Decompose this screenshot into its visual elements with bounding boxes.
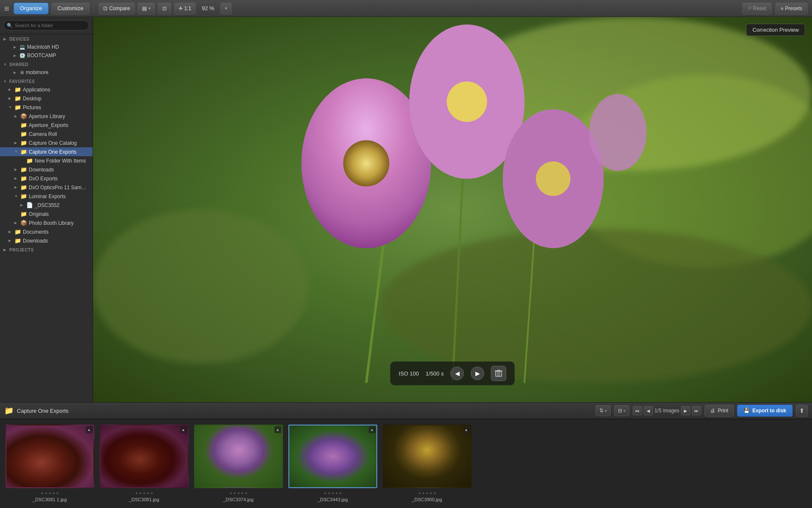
prev-image-button[interactable]: ◀ <box>450 367 464 380</box>
sidebar-item-aperture-exports[interactable]: ▶ 📁 Aperture_Exports <box>0 121 93 130</box>
aperture-exports-label: Aperture_Exports <box>29 122 68 128</box>
correction-preview-label: Correction Preview <box>752 27 799 33</box>
search-input[interactable] <box>3 20 89 30</box>
sidebar-item-aperture-library[interactable]: ▶ 📦 Aperture Library <box>0 112 93 121</box>
projects-arrow: ▶ <box>3 248 8 252</box>
bootcamp-icon: 💽 <box>19 53 25 58</box>
pictures-folder-icon: 📁 <box>14 104 21 110</box>
dxo-exports-icon: 📁 <box>20 175 27 182</box>
next-image-button[interactable]: ▶ <box>471 367 484 380</box>
aperture-library-label: Aperture Library <box>29 113 65 119</box>
filter-icon: ⊟ <box>618 408 622 414</box>
film-thumb-0 <box>5 425 94 488</box>
bottom-folder-icon: 📁 <box>4 406 14 415</box>
view-single-button[interactable]: ⊡ <box>158 3 171 14</box>
trash-icon <box>495 370 502 377</box>
separator-1 <box>94 3 94 14</box>
dxo-opticspro-label: DxO OpticsPro 11 Sam… <box>29 185 87 190</box>
shared-section-header: ▼ SHARED <box>0 60 93 68</box>
dxo-opticspro-arrow: ▶ <box>14 185 19 189</box>
filter-button[interactable]: ⊟ ▾ <box>614 405 629 416</box>
film-item-2[interactable]: ▲ ★★★★★ _DSC3374.jpg <box>193 425 284 502</box>
film-item-4[interactable]: ▲ ★★★★★ _DSC3900.jpg <box>381 425 472 502</box>
capture-exports-arrow: ▼ <box>14 150 19 154</box>
favorites-label: FAVORITES <box>9 79 35 84</box>
sidebar-item-desktop[interactable]: ▶ 📁 Desktop <box>0 94 93 103</box>
downloads-label: Downloads <box>23 238 48 244</box>
applications-folder-icon: 📁 <box>14 86 21 93</box>
svg-point-18 <box>447 81 487 121</box>
film-stars-1: ★★★★★ <box>135 491 154 495</box>
sidebar-item-dxo-opticspro[interactable]: ▶ 📁 DxO OpticsPro 11 Sam… <box>0 183 93 192</box>
applications-label: Applications <box>23 87 50 93</box>
sidebar-item-camera-roll[interactable]: ▶ 📁 Camera Roll <box>0 130 93 138</box>
export-button[interactable]: 💾 Export to disk <box>737 405 793 417</box>
capture-catalog-label: Capture One Catalog <box>29 140 77 146</box>
delete-button[interactable] <box>491 366 506 381</box>
sidebar-item-downloads-pictures[interactable]: ▶ 📁 Downloads <box>0 165 93 174</box>
capture-exports-label: Capture One Exports <box>29 149 77 155</box>
sidebar-item-photo-booth-library[interactable]: ▶ 📦 Photo Booth Library <box>0 218 93 227</box>
sidebar-item-applications[interactable]: ▶ 📁 Applications <box>0 85 93 94</box>
last-image-button[interactable]: ⏭ <box>692 406 701 415</box>
print-icon: 🖨 <box>710 408 715 414</box>
film-item-0[interactable]: ▲ ★★★★★ _DSC3081 1.jpg <box>4 425 95 502</box>
sidebar-item-capture-one-exports[interactable]: ▼ 📁 Capture One Exports <box>0 147 93 156</box>
view-mode-button[interactable]: ▤ ▾ <box>137 3 155 14</box>
reset-button[interactable]: ↺ Reset <box>742 3 772 14</box>
mobimore-icon: 🖥 <box>19 70 24 75</box>
luminar-exports-icon: 📁 <box>20 193 27 199</box>
shared-label: SHARED <box>9 62 28 67</box>
bottom-folder-name: Capture One Exports <box>17 408 69 414</box>
sidebar-item-capture-one-catalog[interactable]: ▶ 📁 Capture One Catalog <box>0 138 93 147</box>
sidebar-item-bootcamp[interactable]: ▶ 💽 BOOTCAMP <box>0 51 93 60</box>
sidebar-item-documents[interactable]: ▶ 📁 Documents <box>0 227 93 236</box>
film-item-3[interactable]: ▲ ★★★★★ _DSC3443.jpg <box>287 425 378 502</box>
sort-button[interactable]: ⇅ ▾ <box>595 405 611 416</box>
next-thumb-button[interactable]: ▶ <box>681 406 690 415</box>
correction-preview-badge[interactable]: Correction Preview <box>746 24 805 36</box>
film-item-1[interactable]: ▲ ★★★★★ _DSC3081.jpg <box>99 425 189 502</box>
sidebar-item-downloads[interactable]: ▶ 📁 Downloads <box>0 236 93 245</box>
center-viewer: Correction Preview ISO 100 1/500 s ◀ ▶ <box>93 17 812 402</box>
sidebar-item-mobimore[interactable]: ▶ 🖥 mobimore <box>0 68 93 77</box>
photo-booth-icon: 📦 <box>20 220 27 226</box>
desktop-label: Desktop <box>23 96 41 102</box>
customize-button[interactable]: Customize <box>51 3 90 14</box>
dsc3552-arrow: ▶ <box>20 203 25 207</box>
film-item-inner-0: ▲ <box>5 425 94 490</box>
film-item-inner-4: ▲ <box>383 425 472 490</box>
downloads-pictures-icon: 📁 <box>20 166 27 173</box>
sidebar-item-dsc3552[interactable]: ▶ 📄 _DSC3552 <box>0 201 93 210</box>
search-icon: 🔍 <box>7 23 13 28</box>
zoom-dropdown[interactable]: ▾ <box>220 3 232 14</box>
sidebar-item-dxo-exports[interactable]: ▶ 📁 DxO Exports <box>0 174 93 183</box>
sidebar-item-pictures[interactable]: ▼ 📁 Pictures <box>0 103 93 112</box>
macintosh-hd-label: Macintosh HD <box>27 44 59 50</box>
applications-arrow: ▶ <box>8 88 13 91</box>
mobimore-label: mobimore <box>26 69 48 75</box>
devices-label: DEVICES <box>9 37 29 41</box>
favorites-section-header: ▼ FAVORITES <box>0 77 93 85</box>
sidebar-item-luminar-exports[interactable]: ▼ 📁 Luminar Exports <box>0 192 93 201</box>
sidebar-item-originals[interactable]: ▶ 📁 Originals <box>0 210 93 218</box>
print-button[interactable]: 🖨 Print <box>705 405 734 417</box>
sidebar-item-macintosh-hd[interactable]: ▶ 💻 Macintosh HD <box>0 43 93 51</box>
export-label: Export to disk <box>752 408 786 414</box>
film-name-2: _DSC3374.jpg <box>223 497 254 502</box>
zoom-fit-button[interactable]: ✛ 1:1 <box>174 3 196 14</box>
mobimore-arrow: ▶ <box>14 71 18 75</box>
organize-button[interactable]: Organize <box>14 3 49 14</box>
film-stars-4: ★★★★★ <box>418 491 436 495</box>
compare-button[interactable]: ⊡ Compare <box>99 3 134 14</box>
prev-thumb-button[interactable]: ◀ <box>644 406 653 415</box>
sidebar-item-new-folder-with-items[interactable]: ▶ 📁 New Folder With Items <box>0 156 93 165</box>
presets-button[interactable]: ≡ Presets <box>775 3 808 14</box>
photo-booth-label: Photo Booth Library <box>29 220 74 226</box>
svg-point-23 <box>589 94 647 171</box>
reset-label: Reset <box>753 6 766 11</box>
first-image-button[interactable]: ⏮ <box>633 406 642 415</box>
aperture-library-icon: 📦 <box>20 113 27 119</box>
film-badge-2: ▲ <box>274 426 281 433</box>
share-button[interactable]: ⬆ <box>796 405 808 417</box>
